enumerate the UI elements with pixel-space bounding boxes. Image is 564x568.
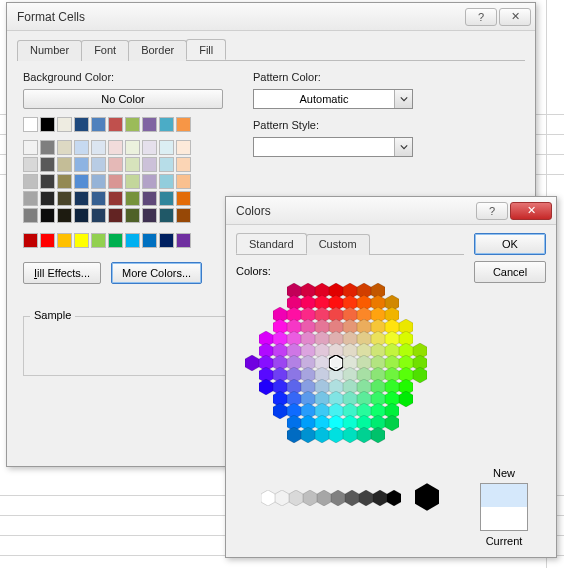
color-swatch[interactable]	[159, 208, 174, 223]
gray-swatch[interactable]	[261, 490, 275, 506]
color-swatch[interactable]	[125, 117, 140, 132]
color-swatch[interactable]	[91, 174, 106, 189]
gray-swatch[interactable]	[303, 490, 317, 506]
color-swatch[interactable]	[176, 157, 191, 172]
color-swatch[interactable]	[74, 208, 89, 223]
format-cells-titlebar[interactable]: Format Cells ? ✕	[7, 3, 535, 31]
color-swatch[interactable]	[142, 208, 157, 223]
color-swatch[interactable]	[57, 233, 72, 248]
gray-swatch[interactable]	[275, 490, 289, 506]
color-swatch[interactable]	[142, 157, 157, 172]
large-black-hex[interactable]	[415, 483, 439, 513]
color-swatch[interactable]	[57, 174, 72, 189]
gray-swatch[interactable]	[289, 490, 303, 506]
color-swatch[interactable]	[176, 191, 191, 206]
color-swatch[interactable]	[108, 233, 123, 248]
gray-swatch[interactable]	[373, 490, 387, 506]
color-swatch[interactable]	[108, 174, 123, 189]
hex-color-cell[interactable]	[399, 391, 413, 407]
color-swatch[interactable]	[125, 191, 140, 206]
tab-font[interactable]: Font	[81, 40, 129, 61]
color-swatch[interactable]	[159, 117, 174, 132]
color-swatch[interactable]	[57, 191, 72, 206]
color-swatch[interactable]	[23, 191, 38, 206]
color-swatch[interactable]	[23, 157, 38, 172]
help-button[interactable]: ?	[476, 202, 508, 220]
tab-standard[interactable]: Standard	[236, 233, 307, 254]
help-button[interactable]: ?	[465, 8, 497, 26]
color-swatch[interactable]	[57, 208, 72, 223]
hex-color-cell[interactable]	[413, 367, 427, 383]
tab-custom[interactable]: Custom	[306, 234, 370, 255]
color-swatch[interactable]	[74, 191, 89, 206]
color-swatch[interactable]	[91, 208, 106, 223]
no-color-button[interactable]: No Color	[23, 89, 223, 109]
color-swatch[interactable]	[159, 140, 174, 155]
color-swatch[interactable]	[23, 117, 38, 132]
tab-border[interactable]: Border	[128, 40, 187, 61]
gray-swatch[interactable]	[317, 490, 331, 506]
tab-fill[interactable]: Fill	[186, 39, 226, 60]
hex-color-cell[interactable]	[245, 355, 259, 371]
close-button[interactable]: ✕	[510, 202, 552, 220]
pattern-color-combo[interactable]: Automatic	[253, 89, 413, 109]
color-swatch[interactable]	[57, 157, 72, 172]
color-hexagon[interactable]	[245, 283, 455, 473]
more-colors-button[interactable]: More Colors...	[111, 262, 202, 284]
color-swatch[interactable]	[176, 117, 191, 132]
hex-color-cell[interactable]	[315, 427, 329, 443]
color-swatch[interactable]	[40, 233, 55, 248]
color-swatch[interactable]	[74, 140, 89, 155]
color-swatch[interactable]	[142, 140, 157, 155]
hex-color-cell[interactable]	[357, 427, 371, 443]
ok-button[interactable]: OK	[474, 233, 546, 255]
color-swatch[interactable]	[57, 140, 72, 155]
color-swatch[interactable]	[91, 117, 106, 132]
hex-color-cell[interactable]	[385, 415, 399, 431]
color-swatch[interactable]	[159, 174, 174, 189]
color-swatch[interactable]	[108, 117, 123, 132]
color-swatch[interactable]	[40, 208, 55, 223]
color-swatch[interactable]	[108, 157, 123, 172]
hex-color-cell[interactable]	[329, 427, 343, 443]
color-swatch[interactable]	[23, 174, 38, 189]
color-swatch[interactable]	[142, 117, 157, 132]
color-swatch[interactable]	[74, 157, 89, 172]
color-swatch[interactable]	[40, 191, 55, 206]
color-swatch[interactable]	[108, 140, 123, 155]
grayscale-row[interactable]	[236, 483, 464, 513]
color-swatch[interactable]	[57, 117, 72, 132]
color-swatch[interactable]	[125, 140, 140, 155]
color-swatch[interactable]	[23, 208, 38, 223]
color-swatch[interactable]	[176, 174, 191, 189]
close-button[interactable]: ✕	[499, 8, 531, 26]
hex-color-cell[interactable]	[343, 427, 357, 443]
gray-swatch[interactable]	[345, 490, 359, 506]
color-swatch[interactable]	[159, 233, 174, 248]
hex-color-cell[interactable]	[273, 403, 287, 419]
cancel-button[interactable]: Cancel	[474, 261, 546, 283]
color-swatch[interactable]	[74, 233, 89, 248]
color-swatch[interactable]	[91, 157, 106, 172]
color-swatch[interactable]	[176, 233, 191, 248]
fill-effects-button[interactable]: Iill Effects...	[23, 262, 101, 284]
gray-swatch[interactable]	[359, 490, 373, 506]
color-swatch[interactable]	[125, 208, 140, 223]
color-swatch[interactable]	[40, 140, 55, 155]
colors-titlebar[interactable]: Colors ? ✕	[226, 197, 556, 225]
color-swatch[interactable]	[91, 233, 106, 248]
color-swatch[interactable]	[108, 191, 123, 206]
color-swatch[interactable]	[23, 140, 38, 155]
color-swatch[interactable]	[176, 140, 191, 155]
color-swatch[interactable]	[142, 191, 157, 206]
color-swatch[interactable]	[108, 208, 123, 223]
color-swatch[interactable]	[159, 157, 174, 172]
color-swatch[interactable]	[142, 174, 157, 189]
hex-color-cell[interactable]	[287, 427, 301, 443]
color-swatch[interactable]	[142, 233, 157, 248]
color-swatch[interactable]	[125, 174, 140, 189]
color-swatch[interactable]	[91, 191, 106, 206]
color-swatch[interactable]	[23, 233, 38, 248]
color-swatch[interactable]	[74, 117, 89, 132]
color-swatch[interactable]	[40, 157, 55, 172]
